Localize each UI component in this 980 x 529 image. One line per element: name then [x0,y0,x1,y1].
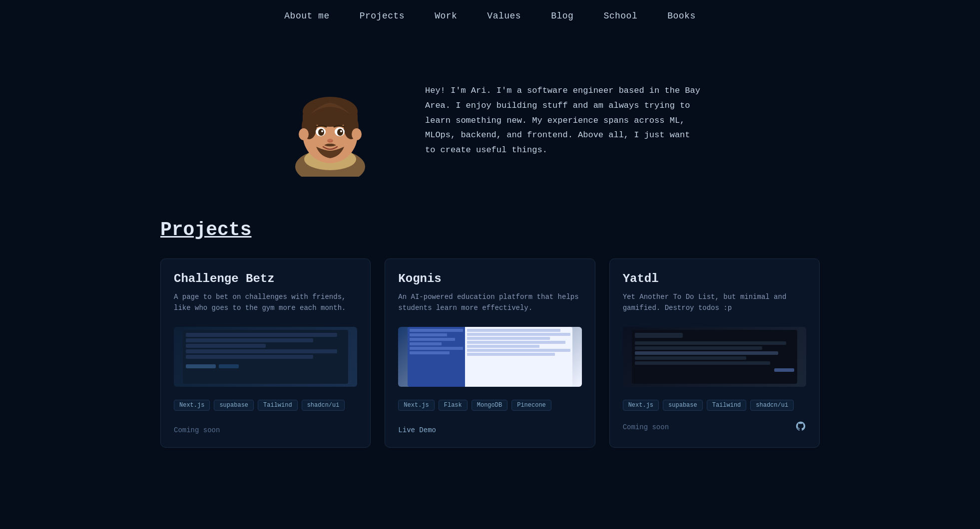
nav-values[interactable]: Values [487,11,521,21]
nav-blog[interactable]: Blog [551,11,573,21]
main-nav: About me Projects Work Values Blog Schoo… [0,0,980,32]
github-link-yatdl[interactable] [795,421,806,434]
project-screenshot-challenge [174,327,357,387]
tags-yatdl: Next.js supabase Tailwind shadcn/ui [623,400,806,411]
svg-point-9 [299,128,309,140]
nav-about[interactable]: About me [284,11,329,21]
tag-supabase: supabase [214,400,254,411]
svg-point-15 [321,130,323,132]
tags-kognis: Next.js Flask MongoDB Pinecone [398,400,581,411]
tag-mongodb: MongoDB [472,400,507,411]
status-yatdl: Coming soon [623,423,669,431]
project-footer-yatdl: Coming soon [623,416,806,434]
hero-bio: Hey! I'm Ari. I'm a software engineer ba… [425,83,705,158]
nav-work[interactable]: Work [435,11,457,21]
tag-nextjs-k: Next.js [398,400,434,411]
hero-section: Hey! I'm Ari. I'm a software engineer ba… [140,32,840,219]
projects-grid: Challenge Betz A page to bet on challeng… [160,259,820,448]
project-desc-challenge: A page to bet on challenges with friends… [174,291,357,314]
tag-pinecone: Pinecone [511,400,551,411]
project-title-kognis: Kognis [398,272,581,285]
nav-projects[interactable]: Projects [360,11,405,21]
svg-point-14 [337,129,343,136]
status-challenge: Coming soon [174,426,220,434]
project-desc-kognis: An AI-powered education platform that he… [398,291,581,314]
github-icon [795,421,806,432]
tag-nextjs-y: Next.js [623,400,659,411]
svg-point-16 [340,130,342,132]
tag-supabase-y: supabase [663,400,703,411]
avatar [275,62,385,179]
nav-books[interactable]: Books [667,11,696,21]
live-demo-link[interactable]: Live Demo [398,426,436,434]
project-screenshot-yatdl [623,327,806,387]
project-footer-kognis: Live Demo [398,421,581,434]
projects-section: Projects Challenge Betz A page to bet on… [140,219,840,478]
tag-shadcn: shadcn/ui [302,400,345,411]
tag-tailwind-y: Tailwind [707,400,747,411]
project-card-challenge[interactable]: Challenge Betz A page to bet on challeng… [160,259,371,448]
project-screenshot-kognis [398,327,581,387]
project-footer-challenge: Coming soon [174,421,357,434]
project-desc-yatdl: Yet Another To Do List, but minimal and … [623,291,806,314]
svg-point-10 [352,128,362,140]
tag-nextjs: Next.js [174,400,210,411]
projects-title: Projects [160,219,820,241]
project-card-kognis[interactable]: Kognis An AI-powered education platform … [385,259,595,448]
tags-challenge: Next.js supabase Tailwind shadcn/ui [174,400,357,411]
project-card-yatdl[interactable]: Yatdl Yet Another To Do List, but minima… [609,259,820,448]
svg-point-13 [318,129,324,136]
project-title-yatdl: Yatdl [623,272,806,285]
tag-flask: Flask [439,400,468,411]
project-title-challenge: Challenge Betz [174,272,357,285]
tag-shadcn-y: shadcn/ui [750,400,794,411]
nav-school[interactable]: School [603,11,637,21]
tag-tailwind: Tailwind [258,400,298,411]
